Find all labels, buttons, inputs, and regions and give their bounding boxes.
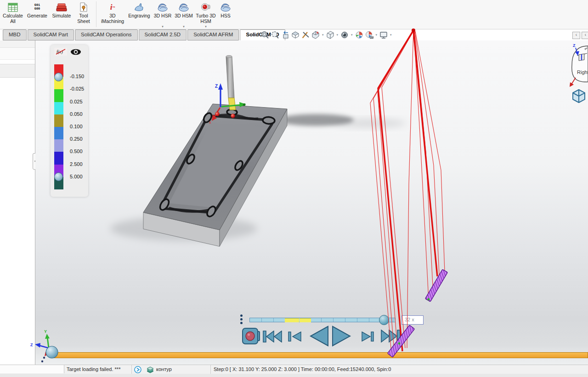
legend-band: [54, 89, 63, 102]
graphics-viewport[interactable]: f(x) -0.150 -0.025 0.025 0.: [35, 40, 588, 365]
dropdown-caret-icon[interactable]: ▾: [162, 24, 164, 29]
dropdown-caret-icon[interactable]: ▾: [205, 24, 207, 29]
step-forward-button[interactable]: [360, 331, 375, 343]
tab-solidcam-operations[interactable]: SolidCAM Operations: [75, 29, 138, 40]
imachining-i-icon: i™: [110, 1, 115, 13]
deviation-legend-panel: f(x) -0.150 -0.025 0.025 0.: [51, 45, 88, 197]
dropdown-caret-icon[interactable]: ▾: [376, 33, 378, 37]
ribbon-label: Tool Sheet: [74, 13, 93, 24]
legend-band: [54, 127, 63, 139]
zoom-to-fit-icon[interactable]: [260, 30, 270, 40]
collapse-pane-button[interactable]: ‹: [572, 32, 580, 39]
legend-value: 0.025: [70, 99, 83, 104]
apply-scene-icon[interactable]: [364, 30, 374, 40]
ribbon-label: Engraving: [128, 13, 150, 19]
ribbon-toolbar: Calculate All G01G00 Simulate Generate S…: [0, 0, 588, 29]
engraving-hand-icon: [134, 1, 145, 13]
collapse-pane-button-2[interactable]: ‹: [582, 32, 588, 39]
dropdown-caret-icon[interactable]: ▾: [390, 33, 392, 37]
view-orientation-icon[interactable]: [325, 30, 335, 40]
dropdown-caret-icon[interactable]: ▾: [183, 24, 185, 29]
zoom-to-area-icon[interactable]: [270, 30, 280, 40]
legend-value: 2.500: [70, 161, 83, 167]
legend-value: -0.150: [70, 74, 84, 79]
ribbon-label: Simulate: [52, 13, 71, 19]
document-tab-bar: MBD SolidCAM Part SolidCAM Operations So…: [0, 29, 588, 40]
tolerance-function-toggle[interactable]: f(x): [54, 48, 67, 56]
simulate-button[interactable]: Simulate: [50, 1, 74, 29]
step-back-button[interactable]: [288, 331, 303, 343]
simulation-slider-knob[interactable]: [379, 315, 389, 325]
fast-forward-to-end-button[interactable]: [380, 329, 401, 345]
stock-ground-bar: [51, 352, 588, 358]
slider-highlight-segment: [300, 318, 311, 322]
simulation-speed-input[interactable]: 32 x: [401, 315, 424, 325]
legend-value: 5.000: [70, 174, 83, 179]
annotation-tools-icon[interactable]: [300, 30, 311, 40]
window-footer-strip: [0, 374, 588, 377]
display-style-icon[interactable]: [339, 30, 350, 40]
tool-sheet-button[interactable]: Tool Sheet: [74, 1, 94, 29]
legend-value: 0.500: [70, 149, 83, 154]
tab-solidcam-25d[interactable]: SolidCAM 2.5D: [139, 29, 187, 40]
imachining-3d-button[interactable]: i™ 3D iMachining: [99, 1, 126, 29]
ribbon-label: 3D HSR: [154, 13, 172, 19]
calculate-all-button[interactable]: Calculate All: [1, 1, 25, 29]
turbo-dot-icon: [200, 1, 211, 13]
section-cube-icon[interactable]: [311, 30, 321, 40]
record-button[interactable]: [242, 328, 260, 346]
dropdown-caret-icon[interactable]: ▾: [322, 33, 324, 37]
tab-solidcam-afrm[interactable]: SolidCAM AFRM: [187, 29, 239, 40]
mill-3d-icon: [157, 1, 169, 13]
red-layers-icon: [56, 1, 67, 13]
play-backward-button[interactable]: [309, 326, 330, 348]
legend-band: [54, 102, 63, 114]
ribbon-label: Turbo 3D HSM: [195, 13, 216, 24]
play-forward-button[interactable]: [331, 326, 352, 348]
resume-playback-icon[interactable]: [134, 366, 141, 374]
legend-visibility-eye-icon[interactable]: [69, 48, 82, 56]
legend-upper-slider-knob[interactable]: [54, 73, 63, 81]
legend-value: -0.025: [70, 86, 84, 91]
status-bar: Target loading failed. *** контур Step:0…: [0, 365, 588, 374]
previous-view-icon[interactable]: [280, 30, 290, 40]
ribbon-label: Calculate All: [2, 13, 24, 24]
tool-sheet-icon: [79, 1, 88, 13]
status-message: Target loading failed. ***: [67, 366, 120, 372]
calculate-table-icon: [8, 1, 18, 13]
dropdown-caret-icon[interactable]: ▾: [337, 33, 339, 37]
feature-tree-panel: [0, 40, 35, 365]
legend-band: [54, 139, 63, 152]
tab-solidcam-part[interactable]: SolidCAM Part: [28, 29, 74, 40]
legend-lower-slider-knob[interactable]: [54, 172, 63, 181]
solidcam-window: Calculate All G01G00 Simulate Generate S…: [0, 0, 588, 377]
rewind-to-start-button[interactable]: [263, 331, 283, 344]
hsm-3d-button[interactable]: 3D HSM ▾: [173, 1, 194, 29]
section-view-icon[interactable]: [290, 30, 300, 40]
screen-settings-icon[interactable]: [379, 30, 389, 40]
turbo-3d-hsm-button[interactable]: Turbo 3D HSM ▾: [194, 1, 217, 29]
hss-button[interactable]: HSS: [217, 1, 234, 29]
hsr-3d-button[interactable]: 3D HSR ▾: [152, 1, 173, 29]
legend-value: 0.250: [70, 136, 83, 142]
heads-up-view-toolbar: ▾ ▾ ▾ ▾ ▾: [260, 30, 393, 40]
legend-color-strip: [54, 64, 63, 189]
tab-mbd[interactable]: MBD: [3, 29, 27, 40]
ribbon-label: 3D iMachining: [100, 13, 125, 24]
legend-value: 0.100: [70, 124, 83, 129]
player-drag-handle[interactable]: [240, 314, 243, 324]
simulation-status-details: Step:0 [ X: 31.100 Y: 25.000 Z: 3.000 ] …: [214, 366, 391, 372]
generate-button[interactable]: G01G00 Simulate Generate: [25, 1, 50, 29]
simulation-progress-slider[interactable]: [249, 318, 396, 322]
tree-row: [0, 48, 35, 60]
isometric-view-cube-button[interactable]: [571, 88, 588, 105]
tree-group-header: [0, 64, 35, 78]
current-operation-name: контур: [156, 366, 172, 372]
ribbon-label: Generate: [27, 13, 47, 19]
edit-appearance-icon[interactable]: [354, 30, 364, 40]
legend-band: [54, 114, 63, 127]
mill-3d-icon: [220, 1, 232, 13]
dropdown-caret-icon[interactable]: ▾: [351, 33, 353, 37]
engraving-button[interactable]: Engraving: [126, 1, 152, 29]
mill-3d-icon: [178, 1, 190, 13]
